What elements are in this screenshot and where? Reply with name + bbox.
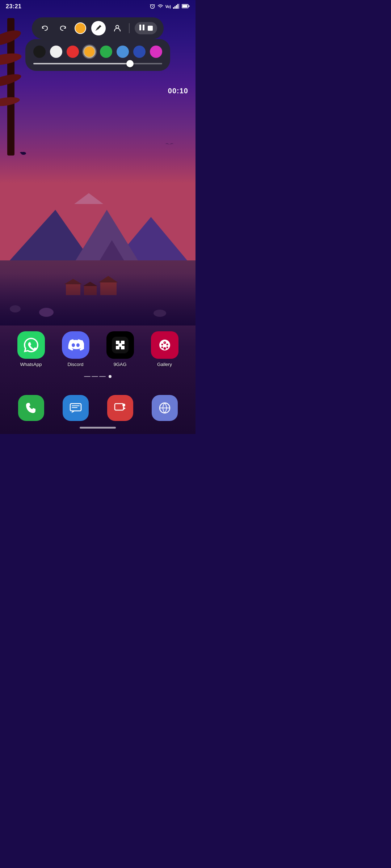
alarm-icon — [150, 3, 155, 10]
discord-label: Discord — [67, 362, 83, 367]
page-line — [92, 376, 98, 377]
status-bar: 23:21 Vo) — [0, 0, 196, 13]
home-indicator[interactable] — [80, 427, 116, 429]
svg-rect-10 — [182, 5, 188, 7]
slider-thumb[interactable] — [126, 60, 134, 67]
dock-phone[interactable] — [18, 395, 44, 421]
svg-point-23 — [122, 404, 125, 407]
9gag-icon[interactable] — [106, 331, 134, 359]
slider-fill — [33, 63, 130, 64]
bottom-dock — [0, 395, 196, 421]
bird-right — [165, 141, 174, 148]
pause-icon[interactable] — [139, 24, 145, 32]
pencil-button[interactable] — [91, 21, 106, 35]
app-gallery[interactable]: Gallery — [151, 331, 178, 367]
svg-rect-4 — [173, 7, 174, 9]
svg-rect-20 — [118, 343, 122, 347]
dock-messages[interactable] — [63, 395, 89, 421]
9gag-label: 9GAG — [113, 362, 126, 367]
page-line — [99, 376, 106, 377]
nav-bar — [0, 421, 196, 434]
color-white[interactable] — [50, 46, 62, 58]
discord-icon[interactable] — [62, 331, 89, 359]
wifi-icon — [157, 4, 163, 10]
svg-rect-5 — [175, 6, 176, 9]
color-lightblue[interactable] — [117, 46, 129, 58]
stop-icon[interactable] — [148, 26, 153, 31]
color-picker-panel — [25, 39, 170, 71]
color-row — [33, 46, 162, 58]
svg-point-12 — [116, 25, 119, 28]
page-dot-active — [109, 375, 112, 378]
svg-rect-7 — [177, 4, 178, 9]
volte-icon: Vo) — [165, 5, 171, 9]
recorder-toolbar — [32, 17, 164, 39]
app-9gag[interactable]: 9GAG — [106, 331, 134, 367]
bird-left — [20, 150, 27, 155]
redo-button[interactable] — [56, 22, 70, 35]
svg-rect-6 — [176, 5, 177, 9]
svg-rect-14 — [143, 25, 144, 30]
color-black[interactable] — [33, 46, 46, 58]
slider-track — [33, 63, 162, 64]
bush2 — [39, 308, 54, 317]
person-button[interactable] — [111, 22, 124, 35]
color-magenta[interactable] — [150, 46, 162, 58]
svg-rect-8 — [179, 4, 180, 9]
status-icons: Vo) — [150, 3, 190, 10]
svg-rect-13 — [139, 25, 141, 30]
color-darkblue[interactable] — [133, 46, 146, 58]
color-selector[interactable] — [75, 22, 86, 34]
signal-icon — [173, 4, 180, 10]
toolbar-separator — [129, 23, 130, 33]
gallery-label: Gallery — [157, 362, 172, 367]
brush-size-slider[interactable] — [33, 63, 162, 64]
color-yellow[interactable] — [83, 46, 96, 58]
battery-icon — [182, 4, 190, 10]
page-lines — [84, 376, 106, 377]
whatsapp-label: WhatsApp — [20, 362, 42, 367]
color-red[interactable] — [67, 46, 79, 58]
pause-stop-group[interactable] — [135, 22, 157, 34]
svg-rect-22 — [115, 404, 123, 410]
dock-internet[interactable] — [152, 395, 178, 421]
gallery-icon[interactable] — [151, 331, 178, 359]
page-line — [84, 376, 91, 377]
app-whatsapp[interactable]: WhatsApp — [17, 331, 45, 367]
status-time: 23:21 — [6, 3, 21, 10]
bush3 — [154, 310, 166, 317]
app-discord[interactable]: Discord — [62, 331, 89, 367]
dock-screen-recorder[interactable] — [107, 395, 133, 421]
apps-row: WhatsApp Discord 9GAG — [0, 331, 196, 367]
page-indicator — [84, 375, 112, 378]
bush1 — [10, 305, 21, 312]
undo-button[interactable] — [38, 22, 51, 35]
recording-timer: 00:10 — [168, 87, 188, 95]
forest-bottom — [0, 273, 196, 326]
svg-rect-11 — [189, 5, 190, 7]
whatsapp-icon[interactable] — [17, 331, 45, 359]
color-green[interactable] — [100, 46, 112, 58]
